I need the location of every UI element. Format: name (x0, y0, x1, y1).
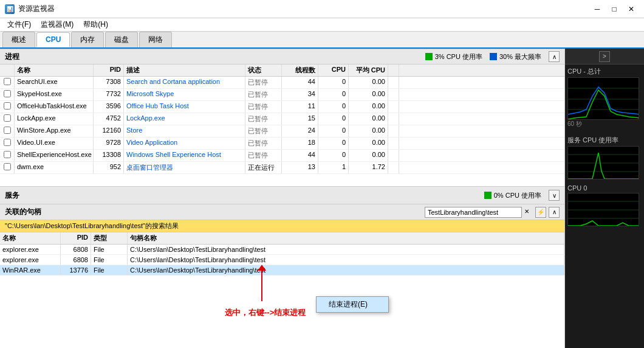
row-desc: Video Application (124, 137, 245, 149)
row-name: ShellExperienceHost.exe (15, 150, 94, 161)
tab-network[interactable]: 网络 (139, 32, 172, 47)
row-check[interactable] (0, 77, 15, 88)
service-cpu-label: 服务 CPU 使用率 (567, 136, 642, 145)
handle-row-handle: C:\Users\lan\Desktop\TestLibraryhandling… (128, 265, 564, 275)
context-menu-end-process[interactable]: 结束进程(E) (317, 297, 388, 312)
row-cpu: 0 (318, 77, 349, 88)
menu-monitor[interactable]: 监视器(M) (36, 18, 78, 31)
services-cpu-label: 0% CPU 使用率 (494, 191, 541, 200)
row-check[interactable] (0, 101, 15, 113)
services-collapse-button[interactable]: ∨ (549, 190, 560, 201)
row-status: 已暂停 (245, 137, 282, 149)
service-cpu-chart (567, 146, 639, 179)
minimize-button[interactable]: ─ (589, 2, 605, 16)
row-cpu: 1 (318, 162, 349, 173)
context-menu: 结束进程(E) (316, 296, 389, 313)
row-check[interactable] (0, 150, 15, 161)
row-expand (388, 125, 399, 137)
menu-help[interactable]: 帮助(H) (78, 18, 113, 31)
cpu-total-chart-section: CPU - 总计 60 秒 (565, 64, 644, 133)
row-status: 已暂停 (245, 101, 282, 113)
maximize-button[interactable]: □ (606, 2, 622, 16)
process-collapse-button[interactable]: ∧ (549, 51, 560, 62)
row-expand (388, 89, 399, 100)
col-header-avgcpu[interactable]: 平均 CPU (349, 64, 388, 76)
row-desc: Store (124, 125, 245, 137)
search-result-label: "C:\Users\lan\Desktop\TestLibraryhandlin… (0, 220, 564, 232)
col-header-desc[interactable]: 描述 (124, 64, 245, 76)
tab-cpu[interactable]: CPU (36, 32, 70, 47)
handles-table-row[interactable]: explorer.exe 6808 File C:\Users\lan\Desk… (0, 255, 564, 265)
app-title: 资源监视器 (18, 4, 55, 14)
row-check[interactable] (0, 113, 15, 125)
tab-memory[interactable]: 内存 (71, 32, 104, 47)
row-expand (388, 162, 399, 173)
col-header-cpu[interactable]: CPU (318, 64, 349, 76)
row-cpu: 0 (318, 137, 349, 149)
handle-row-type: File (91, 265, 128, 275)
handle-row-name: explorer.exe (0, 245, 61, 254)
process-table: 名称 PID 描述 状态 线程数 CPU 平均 CPU SearchUI.exe… (0, 64, 564, 186)
row-check[interactable] (0, 162, 15, 173)
table-row[interactable]: SkypeHost.exe 7732 Microsoft Skype 已暂停 3… (0, 89, 564, 101)
right-panel-expand-button[interactable]: > (599, 51, 610, 62)
cpu-stat-label: 3% CPU 使用率 (435, 52, 482, 61)
table-row[interactable]: LockApp.exe 4752 LockApp.exe 已暂停 15 0 0.… (0, 113, 564, 125)
row-avgcpu: 0.00 (349, 137, 388, 149)
tab-disk[interactable]: 磁盘 (105, 32, 138, 47)
row-expand (388, 101, 399, 113)
row-desc: Office Hub Task Host (124, 101, 245, 113)
handles-col-name[interactable]: 名称 (0, 232, 61, 244)
services-cpu-stat: 0% CPU 使用率 (484, 191, 541, 200)
cpu0-chart (567, 193, 639, 226)
col-header-status[interactable]: 状态 (245, 64, 282, 76)
menu-file[interactable]: 文件(F) (2, 18, 36, 31)
handle-row-pid: 6808 (61, 255, 91, 265)
row-desc: LockApp.exe (124, 113, 245, 125)
table-row[interactable]: Video.UI.exe 9728 Video Application 已暂停 … (0, 137, 564, 150)
search-clear-button[interactable]: ✕ (524, 208, 533, 217)
table-row[interactable]: SearchUI.exe 7308 Search and Cortana app… (0, 77, 564, 89)
row-desc: Search and Cortana application (124, 77, 245, 88)
row-status: 已暂停 (245, 89, 282, 100)
row-cpu: 0 (318, 125, 349, 137)
handles-table-row[interactable]: explorer.exe 6808 File C:\Users\lan\Desk… (0, 245, 564, 255)
search-input[interactable] (425, 207, 522, 218)
table-row[interactable]: WinStore.App.exe 12160 Store 已暂停 24 0 0.… (0, 125, 564, 137)
row-check[interactable] (0, 89, 15, 100)
process-rows-container: SearchUI.exe 7308 Search and Cortana app… (0, 77, 564, 174)
handles-title: 关联的句柄 (5, 207, 41, 217)
row-avgcpu: 0.00 (349, 101, 388, 113)
row-pid: 7732 (94, 89, 124, 100)
col-header-name[interactable]: 名称 (15, 64, 94, 76)
row-threads: 15 (282, 113, 318, 125)
handles-col-type[interactable]: 类型 (91, 232, 128, 244)
service-cpu-chart-section: 服务 CPU 使用率 (565, 133, 644, 182)
handle-row-name: explorer.exe (0, 255, 61, 265)
row-name: WinStore.App.exe (15, 125, 94, 137)
services-stats: 0% CPU 使用率 ∨ (484, 190, 560, 201)
table-row[interactable]: ShellExperienceHost.exe 13308 Windows Sh… (0, 150, 564, 162)
row-pid: 9728 (94, 137, 124, 149)
handles-collapse-button[interactable]: ∧ (549, 207, 560, 218)
cpu-total-svg (568, 78, 639, 120)
row-expand (388, 77, 399, 88)
col-header-threads[interactable]: 线程数 (282, 64, 318, 76)
handles-table-row[interactable]: WinRAR.exe 13776 File C:\Users\lan\Deskt… (0, 265, 564, 276)
row-check[interactable] (0, 125, 15, 137)
table-row[interactable]: OfficeHubTaskHost.exe 3596 Office Hub Ta… (0, 101, 564, 113)
freq-stat-icon (490, 53, 497, 60)
row-pid: 3596 (94, 101, 124, 113)
table-row[interactable]: dwm.exe 952 桌面窗口管理器 正在运行 13 1 1.72 (0, 162, 564, 174)
row-name: LockApp.exe (15, 113, 94, 125)
row-avgcpu: 0.00 (349, 89, 388, 100)
col-header-pid[interactable]: PID (94, 64, 124, 76)
handle-row-pid: 13776 (61, 265, 91, 275)
search-refresh-button[interactable]: ⚡ (535, 207, 546, 218)
row-check[interactable] (0, 137, 15, 149)
row-pid: 7308 (94, 77, 124, 88)
tab-overview[interactable]: 概述 (2, 32, 35, 47)
handles-col-handle[interactable]: 句柄名称 (128, 232, 564, 244)
handles-col-pid[interactable]: PID (61, 232, 91, 244)
close-button[interactable]: ✕ (623, 2, 639, 16)
